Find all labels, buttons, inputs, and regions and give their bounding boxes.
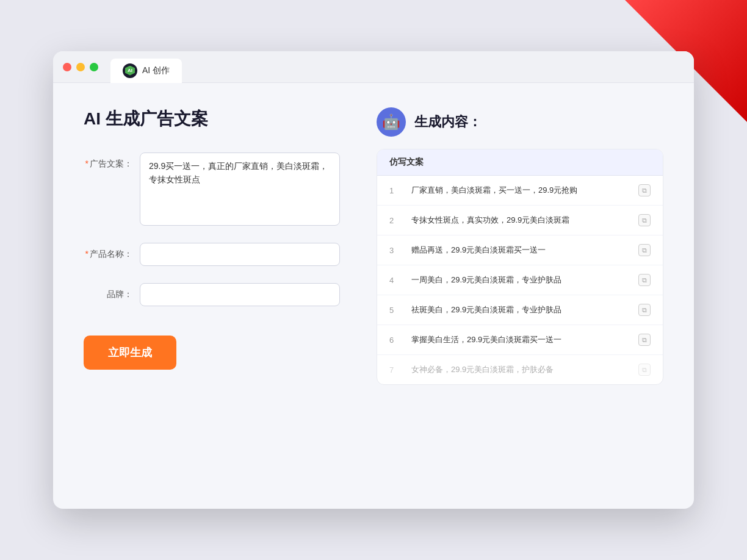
brand-group: 品牌： 好白	[84, 283, 340, 306]
ad-copy-label: *广告文案：	[84, 153, 132, 170]
results-container: 仿写文案 1厂家直销，美白淡斑霜，买一送一，29.9元抢购2专抹女性斑点，真实功…	[377, 149, 663, 385]
result-title: 生成内容：	[414, 113, 482, 131]
copy-icon[interactable]	[638, 244, 651, 256]
result-item: 6掌握美白生活，29.9元美白淡斑霜买一送一	[377, 325, 663, 355]
copy-icon[interactable]	[638, 334, 651, 346]
product-name-label: *产品名称：	[84, 243, 132, 260]
ad-copy-required: *	[85, 159, 88, 168]
result-text: 赠品再送，29.9元美白淡斑霜买一送一	[411, 245, 629, 256]
minimize-button[interactable]	[76, 63, 85, 71]
right-panel: 生成内容： 仿写文案 1厂家直销，美白淡斑霜，买一送一，29.9元抢购2专抹女性…	[377, 107, 663, 484]
results-column-header: 仿写文案	[377, 149, 663, 176]
result-number: 2	[389, 216, 402, 225]
page-title: AI 生成广告文案	[84, 107, 340, 131]
result-number: 3	[389, 246, 402, 255]
result-number: 5	[389, 306, 402, 315]
generate-button[interactable]: 立即生成	[84, 336, 176, 370]
close-button[interactable]	[63, 63, 71, 71]
brand-label: 品牌：	[84, 283, 132, 300]
result-item: 7女神必备，29.9元美白淡斑霜，护肤必备	[377, 355, 663, 384]
results-list: 1厂家直销，美白淡斑霜，买一送一，29.9元抢购2专抹女性斑点，真实功效，29.…	[377, 176, 663, 384]
result-text: 祛斑美白，29.9元美白淡斑霜，专业护肤品	[411, 304, 629, 315]
copy-icon[interactable]	[638, 214, 651, 226]
copy-icon[interactable]	[638, 274, 651, 286]
maximize-button[interactable]	[90, 63, 98, 71]
ai-tab[interactable]: AI AI 创作	[110, 59, 182, 83]
result-number: 6	[389, 336, 402, 345]
product-name-required: *	[85, 249, 88, 259]
ad-copy-textarea[interactable]: 29.9买一送一，真正的厂家直销，美白淡斑霜，专抹女性斑点	[140, 153, 340, 226]
result-number: 7	[389, 365, 402, 375]
tab-label: AI 创作	[142, 65, 170, 76]
result-item: 3赠品再送，29.9元美白淡斑霜买一送一	[377, 235, 663, 265]
left-panel: AI 生成广告文案 *广告文案： 29.9买一送一，真正的厂家直销，美白淡斑霜，…	[84, 107, 340, 484]
result-number: 1	[389, 186, 402, 195]
result-item: 1厂家直销，美白淡斑霜，买一送一，29.9元抢购	[377, 176, 663, 206]
product-name-group: *产品名称： 美白淡斑霜	[84, 243, 340, 266]
traffic-lights	[63, 63, 98, 71]
main-content: AI 生成广告文案 *广告文案： 29.9买一送一，真正的厂家直销，美白淡斑霜，…	[53, 83, 694, 509]
result-header: 生成内容：	[377, 107, 663, 137]
copy-icon[interactable]	[638, 184, 651, 196]
result-item: 5祛斑美白，29.9元美白淡斑霜，专业护肤品	[377, 295, 663, 325]
result-text: 专抹女性斑点，真实功效，29.9元美白淡斑霜	[411, 215, 629, 226]
copy-icon[interactable]	[638, 304, 651, 316]
ad-copy-group: *广告文案： 29.9买一送一，真正的厂家直销，美白淡斑霜，专抹女性斑点	[84, 153, 340, 226]
result-item: 2专抹女性斑点，真实功效，29.9元美白淡斑霜	[377, 206, 663, 235]
ai-logo-text: AI	[128, 68, 132, 73]
result-number: 4	[389, 276, 402, 285]
copy-icon[interactable]	[638, 364, 651, 376]
result-text: 一周美白，29.9元美白淡斑霜，专业护肤品	[411, 275, 629, 285]
browser-window: AI AI 创作 AI 生成广告文案 *广告文案： 29.9买一送一，真正的厂家…	[53, 51, 694, 509]
ai-logo-icon: AI	[123, 63, 137, 78]
result-text: 女神必备，29.9元美白淡斑霜，护肤必备	[411, 364, 629, 375]
robot-icon	[377, 107, 406, 137]
title-bar: AI AI 创作	[53, 51, 694, 83]
result-item: 4一周美白，29.9元美白淡斑霜，专业护肤品	[377, 265, 663, 295]
product-name-input[interactable]: 美白淡斑霜	[140, 243, 340, 266]
result-text: 厂家直销，美白淡斑霜，买一送一，29.9元抢购	[411, 185, 629, 196]
brand-input[interactable]: 好白	[140, 283, 340, 306]
result-text: 掌握美白生活，29.9元美白淡斑霜买一送一	[411, 334, 629, 345]
